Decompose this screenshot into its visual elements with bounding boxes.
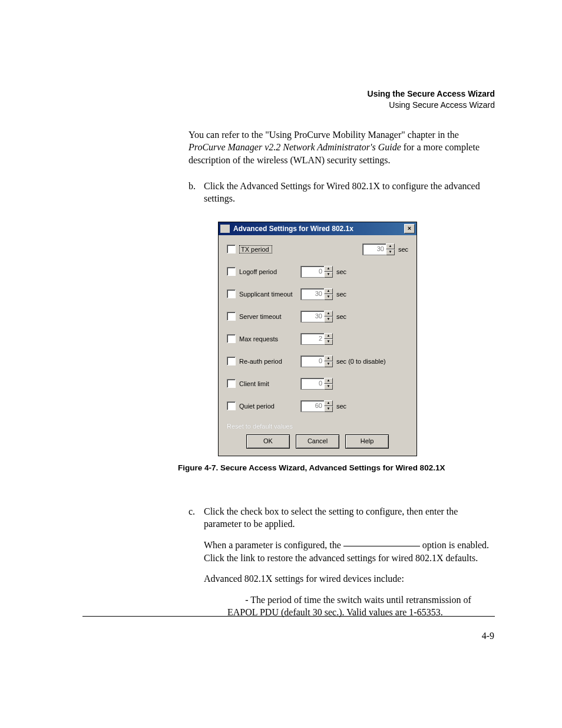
reset-defaults-link[interactable]: Reset to default values	[227, 423, 408, 430]
checkbox-logoff-period[interactable]	[227, 267, 236, 276]
step-c-marker: c.	[189, 505, 204, 619]
row-max-requests: Max requests 2 ▲▼	[227, 333, 408, 345]
page-header: Using the Secure Access Wizard Using Sec…	[189, 88, 495, 111]
figure-block: Advanced Settings for Wired 802.1x × TX …	[189, 222, 495, 472]
intro-paragraph: You can refer to the "Using ProCurve Mob…	[189, 129, 495, 167]
checkbox-reauth-period[interactable]	[227, 357, 236, 365]
step-b-marker: b.	[189, 180, 204, 205]
row-server-timeout: Server timeout 30 ▲▼ sec	[227, 311, 408, 322]
dialog-title: Advanced Settings for Wired 802.1x	[233, 225, 404, 233]
row-logoff-period: Logoff period 0 ▲▼ sec	[227, 266, 408, 278]
spinner-supplicant-timeout[interactable]: ▲▼	[324, 288, 333, 300]
spinner-max-requests[interactable]: ▲▼	[324, 333, 333, 345]
label-quiet-period: Quiet period	[239, 403, 300, 410]
spinner-quiet-period[interactable]: ▲▼	[324, 400, 333, 412]
label-supplicant-timeout: Supplicant timeout	[239, 291, 300, 298]
checkbox-max-requests[interactable]	[227, 334, 236, 343]
checkbox-quiet-period[interactable]	[227, 401, 236, 410]
unit-quiet-period: sec	[336, 403, 346, 410]
input-server-timeout[interactable]: 30	[300, 311, 324, 322]
dialog-button-row: OK Cancel Help	[227, 434, 408, 451]
unit-server-timeout: sec	[336, 313, 346, 320]
row-tx-period: TX period 30 ▲▼ sec	[227, 243, 408, 255]
spinner-logoff-period[interactable]: ▲▼	[324, 266, 333, 278]
spinner-tx-period[interactable]: ▲▼	[386, 243, 395, 255]
input-quiet-period[interactable]: 60	[300, 400, 324, 412]
row-client-limit: Client limit 0 ▲▼	[227, 378, 408, 390]
dialog-body: TX period 30 ▲▼ sec Logoff period 0 ▲▼	[219, 235, 416, 456]
step-c: c. Click the check box to select the set…	[189, 505, 495, 619]
step-c-body: Click the check box to select the settin…	[204, 505, 495, 619]
help-button[interactable]: Help	[345, 434, 389, 449]
unit-supplicant-timeout: sec	[336, 291, 346, 298]
unit-tx-period: sec	[398, 246, 408, 253]
input-logoff-period[interactable]: 0	[300, 266, 324, 278]
page-header-subtitle: Using Secure Access Wizard	[189, 100, 495, 111]
step-b-text: Click the Advanced Settings for Wired 80…	[204, 180, 495, 205]
label-server-timeout: Server timeout	[239, 313, 300, 320]
spinner-reauth-period[interactable]: ▲▼	[324, 355, 333, 367]
input-reauth-period[interactable]: 0	[300, 355, 324, 367]
advanced-settings-dialog: Advanced Settings for Wired 802.1x × TX …	[218, 222, 417, 456]
close-icon[interactable]: ×	[404, 224, 415, 233]
label-tx-period: TX period	[239, 245, 272, 253]
spinner-server-timeout[interactable]: ▲▼	[324, 311, 333, 322]
checkbox-server-timeout[interactable]	[227, 312, 236, 321]
input-client-limit[interactable]: 0	[300, 378, 324, 390]
label-client-limit: Client limit	[239, 380, 300, 387]
input-tx-period[interactable]: 30	[362, 243, 386, 255]
ok-button[interactable]: OK	[246, 434, 290, 449]
input-supplicant-timeout[interactable]: 30	[300, 288, 324, 300]
dialog-app-icon	[220, 225, 230, 233]
label-max-requests: Max requests	[239, 335, 300, 342]
guide-title-italic: ProCurve Manager v2.2 Network Administra…	[189, 142, 401, 152]
row-reauth-period: Re-auth period 0 ▲▼ sec (0 to disable)	[227, 355, 408, 367]
cancel-button[interactable]: Cancel	[296, 434, 339, 449]
checkbox-supplicant-timeout[interactable]	[227, 289, 236, 298]
label-logoff-period: Logoff period	[239, 268, 300, 275]
unit-reauth-period: sec (0 to disable)	[336, 358, 386, 365]
footer-rule	[82, 616, 495, 617]
step-c-bullet: TX period - The period of time the switc…	[204, 594, 495, 619]
page-number: 4-9	[482, 631, 494, 641]
figure-caption: Figure 4-7. Secure Access Wizard, Advanc…	[178, 463, 495, 472]
checkbox-client-limit[interactable]	[227, 379, 236, 388]
step-c-p1: Click the check box to select the settin…	[204, 505, 495, 531]
label-reauth-period: Re-auth period	[239, 358, 300, 365]
row-supplicant-timeout: Supplicant timeout 30 ▲▼ sec	[227, 288, 408, 300]
blank-option-line	[343, 546, 420, 546]
page-header-title: Using the Secure Access Wizard	[189, 88, 495, 100]
step-c-p3: Advanced 802.1X settings for wired devic…	[204, 572, 495, 585]
spinner-client-limit[interactable]: ▲▼	[324, 378, 333, 390]
step-c-p2: When a parameter is configured, the opti…	[204, 539, 495, 564]
dialog-titlebar: Advanced Settings for Wired 802.1x ×	[219, 222, 416, 235]
unit-logoff-period: sec	[336, 268, 346, 275]
step-b: b. Click the Advanced Settings for Wired…	[189, 180, 495, 205]
checkbox-tx-period[interactable]	[227, 245, 236, 253]
input-max-requests[interactable]: 2	[300, 333, 324, 345]
row-quiet-period: Quiet period 60 ▲▼ sec	[227, 400, 408, 412]
